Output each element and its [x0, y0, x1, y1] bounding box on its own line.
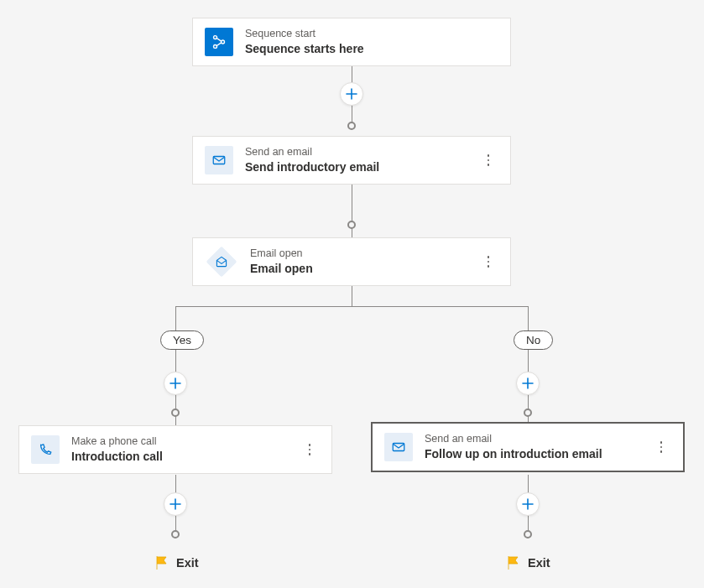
connector-node [524, 530, 532, 539]
email-icon [205, 146, 233, 174]
email-open-icon [206, 246, 237, 277]
connector-line [352, 184, 352, 237]
connector-node [171, 530, 180, 539]
node-type-label: Sequence start [245, 27, 498, 41]
flag-icon [154, 555, 169, 570]
add-step-button[interactable] [340, 82, 363, 106]
send-email-node[interactable]: Send an email Send introductory email [192, 136, 511, 185]
exit-label: Exit [154, 555, 199, 570]
branch-no-pill[interactable]: No [514, 330, 553, 350]
connector-line [352, 286, 352, 307]
connector-node [347, 221, 356, 229]
node-title: Email open [250, 261, 467, 277]
flag-icon [506, 555, 521, 570]
connector-line [175, 306, 528, 307]
exit-text: Exit [528, 556, 550, 570]
node-title: Sequence starts here [245, 41, 498, 57]
connector-node [171, 408, 180, 417]
branch-yes-pill[interactable]: Yes [160, 330, 204, 350]
phone-icon [31, 435, 60, 464]
more-options-button[interactable] [478, 250, 498, 273]
exit-label: Exit [506, 555, 550, 570]
connector-node [524, 408, 532, 417]
node-type-label: Make a phone call [71, 434, 288, 449]
add-step-button[interactable] [516, 372, 540, 395]
add-step-button[interactable] [516, 492, 540, 516]
sequence-canvas: Sequence start Sequence starts here Send… [0, 0, 704, 588]
add-step-button[interactable] [164, 372, 187, 395]
exit-text: Exit [176, 556, 199, 570]
more-options-button[interactable] [478, 148, 498, 172]
connector-node [347, 122, 356, 130]
node-type-label: Email open [250, 247, 467, 261]
phone-call-node[interactable]: Make a phone call Introduction call [18, 425, 332, 474]
more-options-button[interactable] [651, 435, 671, 459]
connector-line [528, 306, 529, 425]
node-title: Follow up on introduction email [425, 446, 639, 462]
node-type-label: Send an email [425, 432, 639, 446]
node-title: Introduction call [71, 449, 288, 465]
more-options-button[interactable] [300, 438, 320, 461]
sequence-start-node[interactable]: Sequence start Sequence starts here [192, 18, 511, 66]
node-title: Send introductory email [245, 159, 467, 175]
add-step-button[interactable] [164, 492, 187, 516]
sequence-start-icon [205, 28, 233, 56]
email-icon [384, 433, 413, 461]
send-email-node-selected[interactable]: Send an email Follow up on introduction … [371, 422, 685, 472]
node-type-label: Send an email [245, 145, 467, 159]
connector-line [175, 306, 176, 425]
condition-node[interactable]: Email open Email open [192, 237, 511, 286]
